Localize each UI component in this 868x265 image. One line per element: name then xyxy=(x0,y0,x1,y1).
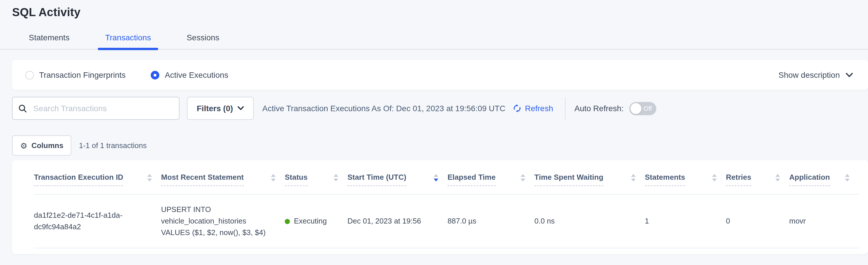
radio-transaction-fingerprints[interactable]: Transaction Fingerprints xyxy=(25,70,126,80)
radio-selected-icon xyxy=(151,71,160,79)
show-description-label: Show description xyxy=(779,70,840,80)
sort-icon xyxy=(271,174,276,182)
chevron-down-icon xyxy=(238,106,244,111)
view-mode-radio-group: Transaction Fingerprints Active Executio… xyxy=(12,70,254,80)
table-row: da1f21e2-de71-4c1f-a1da-dc9fc94a84a2 UPS… xyxy=(34,194,859,248)
cell-time-spent-waiting: 0.0 ns xyxy=(534,194,645,248)
cell-status: Executing xyxy=(285,194,347,248)
tab-bar: Statements Transactions Sessions xyxy=(0,30,868,50)
cell-transaction-execution-id[interactable]: da1f21e2-de71-4c1f-a1da-dc9fc94a84a2 xyxy=(34,194,161,248)
search-box xyxy=(12,97,180,120)
table-controls-row: ⚙ Columns 1-1 of 1 transactions xyxy=(12,135,868,156)
toolbar: Filters (0) Active Transaction Execution… xyxy=(12,97,868,120)
column-header-start-time[interactable]: Start Time (UTC) xyxy=(347,160,447,194)
tab-sessions[interactable]: Sessions xyxy=(179,33,227,49)
sort-icon xyxy=(712,174,717,182)
cell-statements: 1 xyxy=(645,194,726,248)
radio-unselected-icon xyxy=(25,71,34,79)
cell-most-recent-statement: UPSERT INTO vehicle_location_histories V… xyxy=(161,194,285,248)
tab-statements-label: Statements xyxy=(29,33,70,42)
tab-transactions[interactable]: Transactions xyxy=(98,33,158,49)
filters-button-label: Filters (0) xyxy=(197,104,233,113)
sort-desc-icon xyxy=(434,174,438,182)
search-input[interactable] xyxy=(32,103,173,113)
table-header-row: Transaction Execution ID Most Recent Sta… xyxy=(34,160,859,194)
sort-icon xyxy=(521,174,525,182)
status-executing-dot-icon xyxy=(285,219,290,224)
chevron-down-icon xyxy=(845,72,853,78)
column-header-statements[interactable]: Statements xyxy=(645,160,726,194)
toggle-knob xyxy=(630,103,641,114)
column-header-status[interactable]: Status xyxy=(285,160,347,194)
column-header-most-recent-statement[interactable]: Most Recent Statement xyxy=(161,160,285,194)
sql-activity-page: SQL Activity Statements Transactions Ses… xyxy=(0,0,868,265)
filters-button[interactable]: Filters (0) xyxy=(187,97,254,120)
page-title: SQL Activity xyxy=(0,0,868,19)
result-count: 1-1 of 1 transactions xyxy=(79,141,147,150)
sort-icon xyxy=(631,174,636,182)
as-of-timestamp: Active Transaction Executions As Of: Dec… xyxy=(262,104,505,113)
sort-icon xyxy=(775,174,780,182)
cell-elapsed-time: 887.0 µs xyxy=(447,194,534,248)
cell-retries: 0 xyxy=(726,194,789,248)
cell-start-time: Dec 01, 2023 at 19:56 xyxy=(347,194,447,248)
radio-active-executions-label: Active Executions xyxy=(165,70,228,80)
search-icon xyxy=(19,104,27,113)
toolbar-divider xyxy=(565,97,565,119)
sort-icon xyxy=(334,174,338,182)
radio-transaction-fingerprints-label: Transaction Fingerprints xyxy=(39,70,126,80)
show-description-toggle[interactable]: Show description xyxy=(779,70,868,80)
auto-refresh-toggle[interactable]: Off xyxy=(629,102,656,115)
refresh-icon xyxy=(512,104,521,113)
refresh-label: Refresh xyxy=(525,104,553,113)
view-mode-card: Transaction Fingerprints Active Executio… xyxy=(12,60,868,90)
toggle-state-label: Off xyxy=(643,105,656,112)
transactions-table: Transaction Execution ID Most Recent Sta… xyxy=(34,160,859,248)
column-header-retries[interactable]: Retries xyxy=(726,160,789,194)
tab-sessions-label: Sessions xyxy=(187,33,219,42)
column-header-elapsed-time[interactable]: Elapsed Time xyxy=(447,160,534,194)
column-header-time-spent-waiting[interactable]: Time Spent Waiting xyxy=(534,160,645,194)
sort-icon xyxy=(147,174,152,182)
active-tab-underline xyxy=(98,48,158,50)
sort-icon xyxy=(845,174,849,182)
columns-button[interactable]: ⚙ Columns xyxy=(12,135,71,156)
columns-button-label: Columns xyxy=(31,141,63,150)
radio-active-executions[interactable]: Active Executions xyxy=(151,70,228,80)
auto-refresh-label: Auto Refresh: xyxy=(575,104,623,113)
column-header-application[interactable]: Application xyxy=(789,160,859,194)
refresh-button[interactable]: Refresh xyxy=(512,104,553,113)
gear-icon: ⚙ xyxy=(20,141,27,150)
transactions-table-card: Transaction Execution ID Most Recent Sta… xyxy=(12,160,868,254)
tab-transactions-label: Transactions xyxy=(105,33,151,42)
tab-statements[interactable]: Statements xyxy=(21,33,77,49)
cell-application: movr xyxy=(789,194,859,248)
column-header-transaction-execution-id[interactable]: Transaction Execution ID xyxy=(34,160,161,194)
status-label: Executing xyxy=(294,215,327,227)
